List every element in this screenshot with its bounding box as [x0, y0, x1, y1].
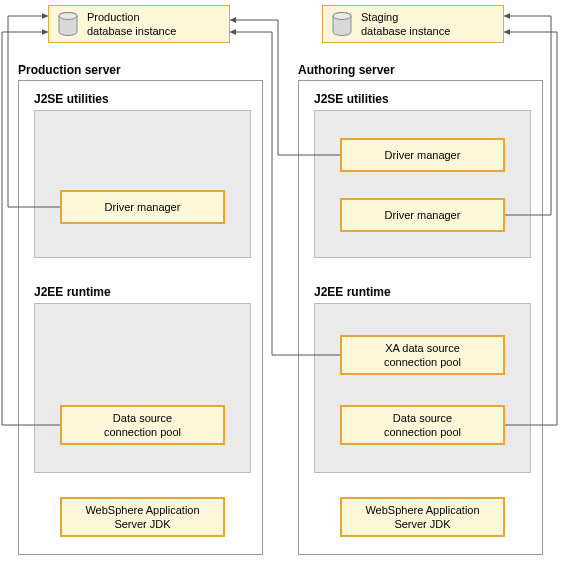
auth-xa-pool-label: XA data source connection pool [384, 341, 461, 370]
auth-data-source-pool: Data source connection pool [340, 405, 505, 445]
prod-j2se-title: J2SE utilities [34, 92, 109, 106]
prod-data-source-pool-label: Data source connection pool [104, 411, 181, 440]
auth-driver-manager-1: Driver manager [340, 138, 505, 172]
auth-driver-manager-1-label: Driver manager [385, 148, 461, 162]
prod-j2se-section [34, 110, 251, 258]
authoring-server-title: Authoring server [298, 63, 395, 77]
prod-j2ee-section [34, 303, 251, 473]
auth-xa-pool: XA data source connection pool [340, 335, 505, 375]
prod-was-jdk-label: WebSphere Application Server JDK [85, 503, 199, 532]
auth-data-source-pool-label: Data source connection pool [384, 411, 461, 440]
auth-j2ee-section [314, 303, 531, 473]
database-icon [331, 12, 353, 36]
prod-j2ee-title: J2EE runtime [34, 285, 111, 299]
production-db-box: Production database instance [48, 5, 230, 43]
auth-j2se-section [314, 110, 531, 258]
prod-driver-manager: Driver manager [60, 190, 225, 224]
prod-was-jdk: WebSphere Application Server JDK [60, 497, 225, 537]
auth-driver-manager-2: Driver manager [340, 198, 505, 232]
auth-was-jdk-label: WebSphere Application Server JDK [365, 503, 479, 532]
prod-driver-manager-label: Driver manager [105, 200, 181, 214]
production-db-label: Production database instance [87, 10, 176, 39]
staging-db-label: Staging database instance [361, 10, 450, 39]
auth-j2ee-title: J2EE runtime [314, 285, 391, 299]
staging-db-box: Staging database instance [322, 5, 504, 43]
auth-was-jdk: WebSphere Application Server JDK [340, 497, 505, 537]
production-server-title: Production server [18, 63, 121, 77]
auth-j2se-title: J2SE utilities [314, 92, 389, 106]
auth-driver-manager-2-label: Driver manager [385, 208, 461, 222]
prod-data-source-pool: Data source connection pool [60, 405, 225, 445]
database-icon [57, 12, 79, 36]
